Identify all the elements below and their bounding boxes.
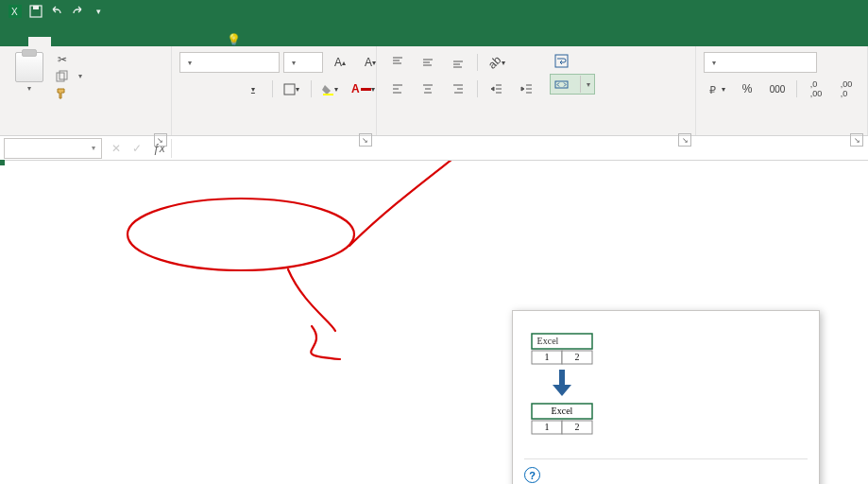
quick-access-toolbar: X ▾ [0,4,113,19]
svg-rect-8 [361,88,371,91]
tab-insert[interactable] [51,37,74,46]
group-clipboard: ▾ ✂ ▾ [0,46,172,135]
dialog-launcher-icon[interactable]: ↘ [678,133,691,147]
scissors-icon: ✂ [55,52,69,66]
tab-file[interactable] [6,37,28,46]
tab-review[interactable] [142,37,164,46]
tab-home[interactable] [28,37,51,46]
svg-text:1: 1 [545,352,550,362]
svg-rect-7 [323,94,333,95]
group-label-number: ↘ [704,131,859,135]
group-number: ▾ ₽▾ % 000 ,0,00 ,00,0 ↘ [696,46,868,135]
format-painter-button[interactable] [55,86,82,100]
dialog-launcher-icon[interactable]: ↘ [850,133,863,147]
svg-text:Excel: Excel [552,406,573,416]
group-font: ▾ ▾ A▴ A▾ ▾ ▾ [172,46,377,135]
paintbrush-icon [55,86,69,100]
redo-icon[interactable] [70,4,85,19]
cell-selection [0,161,4,164]
copy-icon [55,69,69,83]
underline-button[interactable]: ▾ [240,78,266,99]
increase-decimal-icon[interactable]: ,0,00 [803,78,829,99]
number-format-combo[interactable]: ▾ [704,52,817,73]
svg-rect-6 [284,84,295,95]
dialog-launcher-icon[interactable]: ↘ [359,133,372,147]
dialog-launcher-icon[interactable]: ↘ [154,133,167,147]
enter-icon[interactable]: ✓ [127,142,147,155]
fill-color-button[interactable]: ▾ [317,78,344,99]
italic-button[interactable] [210,78,236,99]
svg-text:₽: ₽ [709,84,716,95]
merge-center-icon [554,78,569,92]
comma-style-icon[interactable]: 000 [764,78,791,99]
excel-icon: X [8,4,23,19]
title-bar: X ▾ [0,0,868,22]
cancel-icon[interactable]: ✕ [106,142,127,155]
align-top-icon[interactable] [384,52,411,73]
name-box[interactable]: ▾ [4,138,102,159]
tell-me-search[interactable]: 💡 [227,33,245,46]
svg-rect-3 [33,6,39,9]
font-size-combo[interactable]: ▾ [283,52,323,73]
group-label-font: ↘ [179,131,368,135]
font-color-button[interactable]: A ▾ [348,78,379,99]
wrap-text-icon [554,54,569,68]
tab-data[interactable] [119,37,142,46]
wrap-text-button[interactable] [550,52,595,70]
help-icon: ? [524,467,540,483]
bold-button[interactable] [179,78,206,99]
svg-point-48 [128,199,354,270]
percent-icon[interactable]: % [734,78,760,99]
ribbon-tabs: 💡 [0,22,868,46]
merge-center-tooltip: Excel 12 Excel 12 [512,310,820,484]
increase-indent-icon[interactable] [514,78,540,99]
qat-customize-icon[interactable]: ▾ [91,4,106,19]
align-left-icon[interactable] [384,78,411,99]
svg-text:Excel: Excel [537,336,559,346]
decrease-indent-icon[interactable] [484,78,510,99]
tooltip-illustration: Excel 12 Excel 12 [524,328,605,449]
align-middle-icon[interactable] [415,52,441,73]
group-label-clipboard: ↘ [8,131,163,135]
accounting-format-icon[interactable]: ₽▾ [704,78,730,99]
svg-rect-4 [57,73,64,81]
align-right-icon[interactable] [445,78,471,99]
paste-button[interactable]: ▾ [8,50,51,93]
svg-rect-34 [555,81,568,88]
group-label-alignment: ↘ [384,131,688,135]
tooltip-more-link[interactable]: ? [524,458,808,483]
formula-bar: ▾ ✕ ✓ ƒx [0,136,868,161]
svg-text:X: X [11,7,18,17]
tab-developer[interactable] [187,37,210,46]
font-name-combo[interactable]: ▾ [179,52,280,73]
paste-icon [15,52,43,82]
svg-rect-5 [60,71,67,79]
svg-text:2: 2 [575,422,580,432]
align-center-icon[interactable] [415,78,441,99]
formula-input[interactable] [171,139,868,158]
copy-button[interactable]: ▾ [55,69,82,83]
increase-font-icon[interactable]: A▴ [327,52,353,73]
merge-dropdown-icon[interactable]: ▾ [580,76,590,93]
decrease-decimal-icon[interactable]: ,00,0 [833,78,859,99]
tab-view[interactable] [164,37,187,46]
lightbulb-icon: 💡 [227,33,241,46]
orientation-icon[interactable]: ab▾ [484,52,510,73]
tab-formulas[interactable] [96,37,119,46]
save-icon[interactable] [28,4,43,19]
group-alignment: ab▾ [377,46,696,135]
svg-text:2: 2 [575,352,580,362]
borders-button[interactable]: ▾ [279,78,305,99]
svg-text:1: 1 [545,422,550,432]
tab-page-layout[interactable] [74,37,96,46]
undo-icon[interactable] [49,4,64,19]
cut-button[interactable]: ✂ [55,52,82,66]
ribbon: ▾ ✂ ▾ [0,46,868,136]
merge-center-button[interactable]: ▾ [550,74,595,95]
align-bottom-icon[interactable] [445,52,471,73]
